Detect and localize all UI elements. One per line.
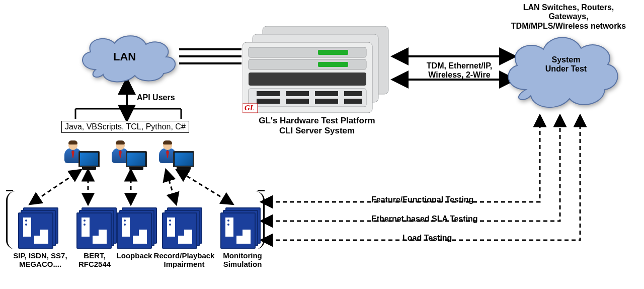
svg-rect-26 xyxy=(315,91,338,96)
svg-rect-29 xyxy=(286,99,309,104)
link-label: TDM, Ethernet/IP, Wireless, 2-Wire xyxy=(417,61,502,80)
languages-box: Java, VBScripts, TCL, Python, C# xyxy=(61,121,189,133)
svg-line-14 xyxy=(177,170,232,204)
test-load-label: Load Testing xyxy=(403,234,452,243)
server-rack-icon: GL xyxy=(243,26,398,116)
svg-rect-30 xyxy=(315,99,338,104)
svg-rect-27 xyxy=(344,91,362,96)
tile-record-icon xyxy=(162,207,201,248)
tile-monitoring-icon xyxy=(220,207,260,248)
test-sla-label: Ethernet based SLA Testing xyxy=(371,214,478,224)
svg-rect-25 xyxy=(286,91,309,96)
test-feature-label: Feature/Functional Testing xyxy=(371,195,473,204)
svg-rect-18 xyxy=(249,47,366,57)
lan-label: LAN xyxy=(113,50,136,63)
tile-sip-icon xyxy=(18,207,57,248)
svg-rect-28 xyxy=(257,99,280,104)
server-caption-line2: CLI Server System xyxy=(247,126,387,136)
api-user-1-icon xyxy=(64,137,100,167)
sut-top-label: LAN Switches, Routers, Gateways, TDM/MPL… xyxy=(503,3,634,31)
api-user-3-icon xyxy=(159,137,194,167)
tile-sip-label: SIP, ISDN, SS7,MEGACO.... xyxy=(10,252,70,268)
tile-loopback-icon xyxy=(117,207,156,248)
server-caption-line1: GL's Hardware Test Platform xyxy=(247,116,387,126)
tile-record-label: Record/PlaybackImpairment xyxy=(149,252,219,268)
api-user-2-icon xyxy=(112,137,147,167)
svg-line-10 xyxy=(30,170,80,204)
svg-rect-31 xyxy=(344,99,362,104)
gl-badge: GL xyxy=(245,104,255,112)
tile-monitoring-label: MonitoringSimulation xyxy=(217,252,268,268)
svg-line-13 xyxy=(166,170,176,204)
svg-rect-21 xyxy=(318,62,348,67)
api-users-label: API Users xyxy=(137,93,175,102)
sut-cloud-label: System Under Test xyxy=(538,55,594,74)
svg-rect-22 xyxy=(249,73,366,86)
tile-bert-label: BERT,RFC2544 xyxy=(74,252,115,268)
tile-bert-icon xyxy=(76,207,116,248)
svg-rect-20 xyxy=(249,59,366,69)
svg-rect-19 xyxy=(318,50,348,55)
svg-rect-24 xyxy=(257,91,280,96)
